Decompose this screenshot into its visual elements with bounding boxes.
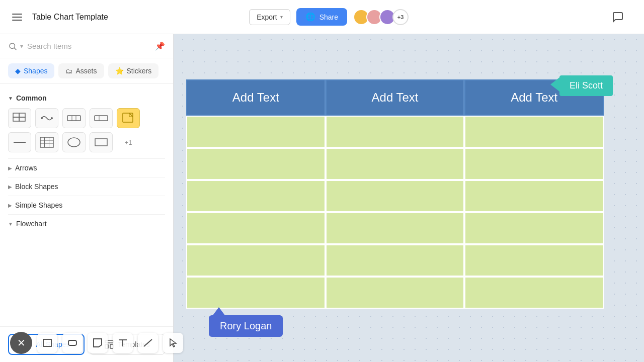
expand-arrow-icon: ▶ <box>8 165 12 171</box>
svg-rect-5 <box>19 117 25 121</box>
table-body-cell[interactable] <box>326 148 465 180</box>
search-dropdown-arrow[interactable]: ▾ <box>20 43 23 50</box>
category-common-header[interactable]: ▼ Common <box>8 94 165 102</box>
left-panel: ▾ 📌 ◆ Shapes 🗂 Assets ⭐ Stickers ▼ Commo… <box>0 34 174 362</box>
svg-rect-13 <box>123 113 133 122</box>
pin-icon[interactable]: 📌 <box>155 41 165 51</box>
rory-logan-cursor: Rory Logan <box>209 307 283 337</box>
shape-item[interactable] <box>90 108 113 128</box>
table-header-cell[interactable]: Add Text <box>326 79 465 116</box>
table-body-cell[interactable] <box>326 277 465 309</box>
rory-logan-label: Rory Logan <box>209 315 283 337</box>
more-shapes-count[interactable]: +1 <box>117 132 140 152</box>
bottom-toolbar: ✕ <box>10 332 183 354</box>
export-label: Export <box>257 13 277 21</box>
table-body-cell[interactable] <box>326 244 465 277</box>
shape-item[interactable] <box>62 108 86 128</box>
table-body-cell[interactable] <box>464 244 604 277</box>
document-title: Table Chart Template <box>32 13 243 22</box>
table-body-cell[interactable] <box>186 116 326 148</box>
shape-list: ▼ Common <box>0 84 173 326</box>
text-tool-button[interactable] <box>113 333 133 353</box>
shape-item[interactable] <box>8 132 31 152</box>
expand-arrow-icon: ▶ <box>8 203 12 208</box>
rounded-rect-tool-button[interactable] <box>62 333 83 353</box>
pointer-tool-button[interactable] <box>163 333 183 353</box>
tab-stickers[interactable]: ⭐ Stickers <box>108 63 159 78</box>
table-body-cell[interactable] <box>326 212 465 244</box>
comment-button[interactable] <box>608 7 628 27</box>
table-body-cell[interactable] <box>186 244 326 277</box>
table-body-cell[interactable] <box>326 180 465 212</box>
table-body-cell[interactable] <box>464 148 604 180</box>
category-block-shapes-header[interactable]: ▶ Block Shapes <box>8 177 165 196</box>
sticky-note-tool-button[interactable] <box>88 333 108 353</box>
shapes-tab-icon: ◆ <box>15 67 21 75</box>
search-input[interactable] <box>27 42 151 50</box>
menu-line <box>12 17 22 18</box>
table-body-cell[interactable] <box>464 180 604 212</box>
svg-rect-11 <box>95 116 108 121</box>
shape-item-rectangle[interactable] <box>90 132 113 152</box>
share-label: Share <box>319 13 338 21</box>
table-body-cell[interactable] <box>326 116 465 148</box>
category-simple-shapes-label: Simple Shapes <box>15 201 62 209</box>
menu-button[interactable] <box>8 8 26 26</box>
table-body-cell[interactable] <box>464 277 604 309</box>
menu-line <box>12 14 22 15</box>
share-button[interactable]: 🌐 Share <box>296 8 347 26</box>
table-chart[interactable]: Add Text Add Text Add Text <box>186 79 604 309</box>
table-header-row: Add Text Add Text Add Text <box>186 79 604 116</box>
tab-assets[interactable]: 🗂 Assets <box>58 63 104 78</box>
table-body-cell[interactable] <box>186 212 326 244</box>
export-button[interactable]: Export ▾ <box>249 9 290 25</box>
svg-rect-18 <box>40 137 53 147</box>
svg-rect-4 <box>19 113 25 117</box>
category-arrows-header[interactable]: ▶ Arrows <box>8 158 165 177</box>
cursor-pointer-icon <box>550 77 559 92</box>
table-body-row <box>186 212 604 244</box>
svg-line-1 <box>14 48 16 50</box>
svg-rect-24 <box>95 139 107 146</box>
search-bar: ▾ 📌 <box>0 34 173 58</box>
header-bar: Table Chart Template Export ▾ 🌐 Share +3 <box>0 0 644 34</box>
table-body-row <box>186 180 604 212</box>
table-body-cell[interactable] <box>186 148 326 180</box>
common-shapes-grid: +1 <box>8 108 165 152</box>
category-simple-shapes-header[interactable]: ▶ Simple Shapes <box>8 196 165 214</box>
table-header-cell[interactable]: Add Text <box>186 79 326 116</box>
table-body-cell[interactable] <box>186 180 326 212</box>
tab-shapes[interactable]: ◆ Shapes <box>8 63 54 78</box>
svg-rect-8 <box>67 116 80 121</box>
table-body-cell[interactable] <box>186 277 326 309</box>
shape-item-sticky-note[interactable] <box>117 108 140 128</box>
stickers-tab-label: Stickers <box>127 67 152 75</box>
line-tool-button[interactable] <box>138 333 158 353</box>
search-icon-wrap: ▾ <box>8 42 23 51</box>
chevron-down-icon: ▾ <box>280 14 283 20</box>
category-flowchart-header[interactable]: ▼ Flowchart <box>8 214 165 233</box>
table-body-row <box>186 277 604 309</box>
table-body-cell[interactable] <box>464 212 604 244</box>
close-button[interactable]: ✕ <box>10 332 32 354</box>
svg-point-0 <box>10 43 15 49</box>
svg-rect-3 <box>13 117 19 121</box>
table-body-row <box>186 148 604 180</box>
svg-line-37 <box>144 339 152 346</box>
table-body-cell[interactable] <box>464 116 604 148</box>
category-arrows-label: Arrows <box>15 164 37 172</box>
shape-item-table[interactable] <box>35 132 58 152</box>
shape-item[interactable] <box>35 108 58 128</box>
svg-point-23 <box>68 138 80 147</box>
shape-item-ellipse[interactable] <box>62 132 86 152</box>
svg-rect-33 <box>68 340 76 345</box>
shape-item[interactable] <box>8 108 31 128</box>
shape-tabs: ◆ Shapes 🗂 Assets ⭐ Stickers <box>0 58 173 84</box>
rectangle-tool-button[interactable] <box>37 333 57 353</box>
svg-marker-38 <box>170 339 176 347</box>
table-body-row <box>186 244 604 277</box>
svg-rect-32 <box>43 339 51 346</box>
table-body-row <box>186 116 604 148</box>
eli-scott-label: Eli Scott <box>559 75 613 96</box>
svg-marker-34 <box>94 339 102 347</box>
